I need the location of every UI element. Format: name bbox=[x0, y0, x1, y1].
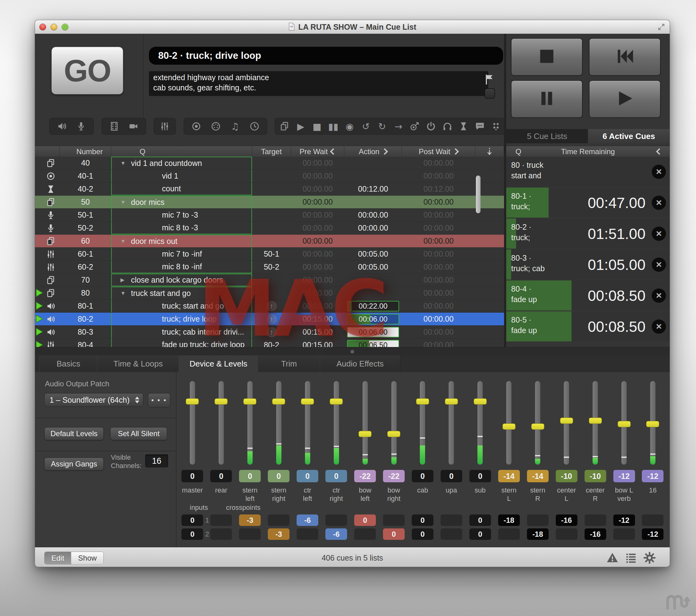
fader-stern-left[interactable] bbox=[247, 381, 253, 464]
expander-open-icon[interactable]: ▼ bbox=[121, 238, 131, 244]
action-value[interactable]: 00:06.00 bbox=[344, 327, 402, 337]
splitter[interactable] bbox=[35, 347, 670, 356]
post-wait-value[interactable]: 00:00.00 bbox=[402, 172, 475, 180]
cue-name-cell[interactable]: mic 7 to -3 bbox=[111, 209, 252, 221]
level-value-bow L-verb[interactable]: -12 bbox=[613, 470, 635, 482]
audio-patch-dropdown[interactable]: 1 – Soundflower (64ch) bbox=[44, 393, 143, 407]
crosspoint-1-stern-R[interactable] bbox=[527, 515, 549, 526]
cue-number[interactable]: 40 bbox=[60, 158, 111, 168]
action-duration-box[interactable]: 00:22.00 bbox=[347, 301, 399, 311]
cue-target-cell[interactable]: ↑ bbox=[252, 301, 291, 311]
fader-thumb[interactable] bbox=[272, 398, 285, 405]
cue-number[interactable]: 40-1 bbox=[60, 172, 111, 180]
level-value-bow-right[interactable]: -22 bbox=[383, 470, 405, 482]
speaker-icon[interactable] bbox=[55, 120, 69, 132]
active-cue-row-5[interactable]: 80-4 ·fade up00:08.50× bbox=[506, 281, 670, 311]
expander-closed-icon[interactable]: ▶ bbox=[121, 277, 131, 283]
level-value-sub[interactable]: 0 bbox=[469, 470, 491, 482]
action-value[interactable]: 00:05.00 bbox=[344, 250, 402, 258]
cue-number[interactable]: 80-2 bbox=[60, 315, 111, 323]
header-q[interactable]: Q bbox=[111, 146, 252, 157]
tab-basics[interactable]: Basics bbox=[39, 356, 97, 372]
pre-wait-value[interactable]: 00:00.00 bbox=[291, 288, 344, 298]
post-wait-value[interactable]: 00:00.00 bbox=[402, 198, 475, 206]
post-wait-value[interactable]: 00:00.00 bbox=[402, 301, 475, 311]
fader-16[interactable] bbox=[650, 381, 655, 464]
crosspoint-1-center-R[interactable] bbox=[585, 515, 606, 526]
crosspoint-2-ctr-right[interactable]: -6 bbox=[326, 528, 347, 540]
crosspoint-1-16[interactable] bbox=[642, 515, 664, 526]
cue-number[interactable]: 50 bbox=[60, 198, 111, 206]
cue-number[interactable]: 60 bbox=[60, 237, 111, 246]
camera-icon[interactable] bbox=[127, 120, 140, 132]
level-value-rear[interactable]: 0 bbox=[210, 470, 232, 482]
expander-open-icon[interactable]: ▼ bbox=[121, 160, 131, 167]
expander-open-icon[interactable]: ▼ bbox=[121, 290, 131, 297]
cue-name-cell[interactable]: truck; cab interior drivi... bbox=[111, 326, 252, 338]
cue-number[interactable]: 80-3 bbox=[60, 328, 111, 336]
cue-name[interactable]: mic 8 to -inf bbox=[162, 262, 202, 271]
header-number[interactable]: Number bbox=[60, 146, 111, 157]
stop-cue-button[interactable]: × bbox=[652, 257, 666, 272]
crosspoint-2-cab[interactable]: 0 bbox=[412, 528, 433, 540]
show-mode-button[interactable]: Show bbox=[71, 552, 104, 564]
cue-number[interactable]: 60-2 bbox=[60, 263, 111, 271]
cue-target-cell[interactable]: ↑ bbox=[252, 327, 291, 337]
crosspoint-2-stern-right[interactable]: -3 bbox=[268, 528, 289, 540]
cue-name[interactable]: truck start and go bbox=[131, 289, 191, 298]
cue-name[interactable]: truck; cab interior drivi... bbox=[162, 328, 244, 336]
flag-icon[interactable] bbox=[483, 73, 496, 87]
post-wait-value[interactable]: 00:12.00 bbox=[402, 185, 475, 193]
post-wait-value[interactable]: 00:00.00 bbox=[402, 288, 475, 298]
crosspoint-2-rear[interactable] bbox=[210, 528, 232, 540]
fader-thumb[interactable] bbox=[215, 398, 227, 405]
tab-active-cues[interactable]: 6 Active Cues bbox=[588, 129, 670, 143]
action-value[interactable]: 00:05.00 bbox=[344, 263, 402, 271]
cue-row-60-2[interactable]: 60-2mic 8 to -inf50-200:00.0000:05.0000:… bbox=[35, 260, 504, 274]
post-wait-value[interactable]: 00:00.00 bbox=[402, 237, 475, 246]
crosspoint-1-cab[interactable]: 0 bbox=[412, 515, 433, 526]
fader-rear[interactable] bbox=[219, 381, 224, 464]
cue-row-50[interactable]: 50▼door mics00:00.0000:00.00 bbox=[35, 196, 504, 209]
pre-wait-value[interactable]: 00:00.00 bbox=[291, 210, 344, 220]
cue-name-cell[interactable]: mic 8 to -inf bbox=[111, 260, 252, 273]
post-wait-value[interactable]: 00:00.00 bbox=[402, 328, 475, 336]
header-load-column[interactable] bbox=[475, 146, 504, 157]
pre-wait-value[interactable]: 00:00.00 bbox=[291, 301, 344, 311]
fader-thumb[interactable] bbox=[416, 398, 429, 405]
pre-wait-value[interactable]: 00:15.00 bbox=[291, 328, 344, 336]
crosspoint-2-ctr-left[interactable] bbox=[297, 528, 318, 540]
fader-stern-L[interactable] bbox=[506, 381, 511, 464]
cue-name-cell[interactable]: ▼vid 1 and countdown bbox=[111, 157, 252, 169]
level-value-master[interactable]: 0 bbox=[181, 470, 203, 482]
fader-thumb[interactable] bbox=[301, 398, 314, 405]
music-notes-icon[interactable]: ♫ bbox=[228, 120, 242, 132]
fader-thumb[interactable] bbox=[445, 398, 458, 405]
active-cue-row-6[interactable]: 80-5 ·fade up00:08.50× bbox=[506, 311, 670, 342]
crosspoint-1-stern-right[interactable] bbox=[268, 515, 289, 526]
cue-row-80-2[interactable]: 80-2truck; drive loop↑00:15.0000:06.0000… bbox=[35, 313, 504, 326]
fader-thumb[interactable] bbox=[474, 398, 487, 405]
fader-thumb[interactable] bbox=[186, 398, 199, 405]
action-duration-box[interactable]: 00:06.00 bbox=[347, 327, 399, 337]
crosspoint-2-sub[interactable]: 0 bbox=[469, 528, 491, 540]
fader-master[interactable] bbox=[190, 381, 195, 464]
crosspoint-2-bow-left[interactable] bbox=[354, 528, 376, 540]
pre-wait-value[interactable]: 00:00.00 bbox=[291, 198, 344, 206]
fader-upa[interactable] bbox=[449, 381, 454, 464]
level-value-bow-left[interactable]: -22 bbox=[354, 470, 376, 482]
level-value-upa[interactable]: 0 bbox=[441, 470, 462, 482]
titlebar[interactable]: LA RUTA SHOW – Main Cue List bbox=[35, 20, 670, 34]
post-wait-value[interactable]: 00:00.00 bbox=[402, 210, 475, 220]
stop-cue-button[interactable]: × bbox=[652, 319, 666, 334]
cue-target-cell[interactable]: 50-2 bbox=[252, 263, 291, 271]
clock-icon[interactable] bbox=[248, 120, 261, 132]
visible-channels-value[interactable]: 16 bbox=[145, 454, 168, 468]
fader-sub[interactable] bbox=[477, 381, 483, 464]
stop-cue-button[interactable]: × bbox=[652, 288, 666, 303]
cue-row-80[interactable]: 80▼truck start and go00:00.0000:00.00 bbox=[35, 287, 504, 300]
undo-icon[interactable]: ↺ bbox=[359, 120, 373, 132]
pre-wait-value[interactable]: 00:00.00 bbox=[291, 250, 344, 258]
pre-wait-value[interactable]: 00:00.00 bbox=[291, 275, 344, 284]
crosspoint-1-upa[interactable] bbox=[441, 515, 462, 526]
